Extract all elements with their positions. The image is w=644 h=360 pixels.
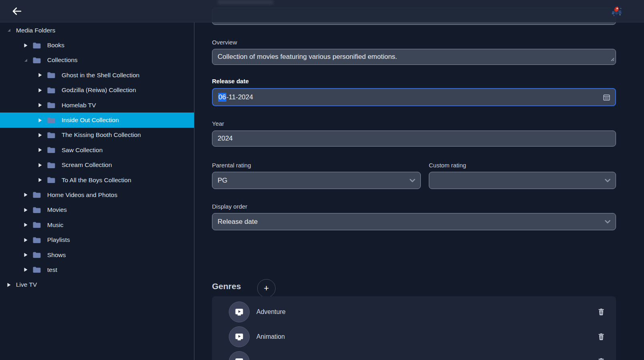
tree-item-shows[interactable]: Shows — [0, 247, 194, 262]
caret-icon[interactable] — [22, 193, 29, 197]
tree-item-label: Playlists — [47, 236, 70, 243]
caret-icon[interactable] — [37, 118, 43, 123]
calendar-icon[interactable] — [603, 94, 610, 101]
tree-item-home-videos-and-photos[interactable]: Home Videos and Photos — [0, 187, 194, 202]
caret-icon[interactable] — [22, 253, 29, 257]
caret-icon[interactable] — [22, 267, 29, 272]
tree-item-media-folders[interactable]: Media Folders — [0, 23, 194, 38]
tree-item-movies[interactable]: Movies — [0, 203, 194, 217]
genre-avatar — [229, 351, 250, 360]
folder-icon — [32, 57, 41, 64]
tree-item-to-all-the-boys-collection[interactable]: To All the Boys Collection — [0, 173, 194, 187]
tree-item-label: Homelab TV — [62, 102, 96, 109]
tree-item-label: Shows — [47, 251, 66, 259]
custom-rating-select[interactable] — [429, 172, 616, 189]
folder-icon — [32, 251, 41, 258]
caret-icon[interactable] — [37, 103, 43, 107]
delete-genre-button[interactable] — [598, 333, 605, 341]
folder-icon — [32, 207, 41, 213]
tree-item-label: Books — [47, 42, 64, 49]
genre-row-adventure: Adventure — [212, 300, 616, 324]
tree-item-godzilla-reiwa-collection[interactable]: Godzilla (Reiwa) Collection — [0, 83, 194, 98]
tree-item-the-kissing-booth-collection[interactable]: The Kissing Booth Collection — [0, 128, 194, 143]
tree-item-label: Godzilla (Reiwa) Collection — [62, 86, 136, 94]
caret-icon[interactable] — [37, 178, 43, 182]
parental-rating-select[interactable]: PG — [212, 172, 421, 189]
genre-avatar — [229, 326, 250, 347]
tree-item-label: Media Folders — [16, 27, 55, 34]
tree-item-label: Inside Out Collection — [62, 117, 119, 124]
caret-icon[interactable] — [22, 208, 29, 212]
caret-icon[interactable] — [6, 283, 12, 287]
delete-genre-button[interactable] — [598, 308, 605, 316]
resize-handle[interactable] — [611, 55, 614, 63]
overview-textarea[interactable]: Collection of movies featuring various p… — [212, 49, 616, 65]
trash-icon — [598, 309, 604, 316]
caret-icon[interactable] — [22, 223, 29, 227]
add-genre-button[interactable]: + — [257, 279, 276, 298]
genre-name: Adventure — [256, 308, 286, 316]
folder-icon — [47, 162, 56, 169]
folder-icon — [47, 117, 56, 124]
tree-item-label: Ghost in the Shell Collection — [62, 72, 140, 79]
app-header — [0, 0, 644, 22]
display-order-label: Display order — [212, 203, 247, 210]
folder-icon — [47, 102, 56, 109]
tree-item-label: Home Videos and Photos — [47, 191, 118, 199]
tree-item-label: To All the Boys Collection — [62, 177, 131, 184]
tree-item-label: test — [47, 266, 57, 274]
user-avatar[interactable] — [610, 5, 623, 17]
genres-heading: Genres — [212, 282, 241, 291]
release-date-input[interactable]: 06-11-2024 — [212, 88, 616, 106]
delete-genre-button[interactable] — [598, 358, 605, 360]
obscured-scrolled-content — [218, 0, 274, 4]
caret-icon[interactable] — [22, 238, 29, 242]
caret-icon[interactable] — [37, 88, 43, 93]
caret-icon[interactable] — [37, 133, 43, 137]
tree-item-saw-collection[interactable]: Saw Collection — [0, 143, 194, 157]
overview-value: Collection of movies featuring various p… — [218, 53, 397, 61]
tree-item-homelab-tv[interactable]: Homelab TV — [0, 98, 194, 113]
media-folder-tree: Media Folders Books Collections Ghost in… — [0, 22, 194, 360]
year-input[interactable]: 2024 — [212, 131, 616, 147]
back-arrow-icon — [12, 7, 22, 15]
folder-icon — [47, 132, 56, 139]
video-icon — [234, 357, 244, 360]
caret-icon[interactable] — [37, 148, 43, 152]
caret-icon[interactable] — [22, 58, 29, 62]
chevron-down-icon — [410, 179, 415, 182]
tree-item-scream-collection[interactable]: Scream Collection — [0, 158, 194, 173]
caret-icon[interactable] — [37, 163, 43, 167]
tree-item-inside-out-collection[interactable]: Inside Out Collection — [0, 113, 194, 127]
year-label: Year — [212, 120, 224, 127]
tree-item-label: Movies — [47, 206, 67, 213]
tree-item-ghost-in-the-shell-collection[interactable]: Ghost in the Shell Collection — [0, 68, 194, 82]
caret-icon[interactable] — [37, 73, 43, 77]
folder-icon — [32, 237, 41, 243]
plus-icon: + — [264, 284, 269, 293]
genre-row — [212, 349, 616, 360]
genre-row-animation: Animation — [212, 324, 616, 349]
folder-icon — [32, 221, 41, 228]
tree-item-music[interactable]: Music — [0, 217, 194, 232]
tree-item-live-tv[interactable]: Live TV — [0, 278, 194, 292]
tree-item-label: Music — [47, 221, 63, 229]
date-rest-segment: -11-2024 — [226, 93, 253, 101]
trash-icon — [598, 334, 604, 340]
tree-item-collections[interactable]: Collections — [0, 53, 194, 68]
folder-icon — [32, 42, 41, 49]
tree-item-label: Collections — [47, 56, 78, 64]
tree-item-books[interactable]: Books — [0, 38, 194, 52]
date-day-segment-selected: 06 — [218, 93, 226, 102]
caret-icon[interactable] — [22, 43, 29, 48]
tree-item-test[interactable]: test — [0, 262, 194, 277]
tree-item-playlists[interactable]: Playlists — [0, 232, 194, 247]
chevron-down-icon — [605, 220, 610, 223]
folder-icon — [47, 177, 56, 183]
tree-item-label: Saw Collection — [62, 147, 103, 154]
back-button[interactable] — [10, 5, 23, 17]
display-order-select[interactable]: Release date — [212, 213, 616, 230]
caret-icon[interactable] — [6, 28, 12, 32]
genres-list: Adventure — [212, 296, 616, 360]
folder-icon — [47, 87, 56, 94]
